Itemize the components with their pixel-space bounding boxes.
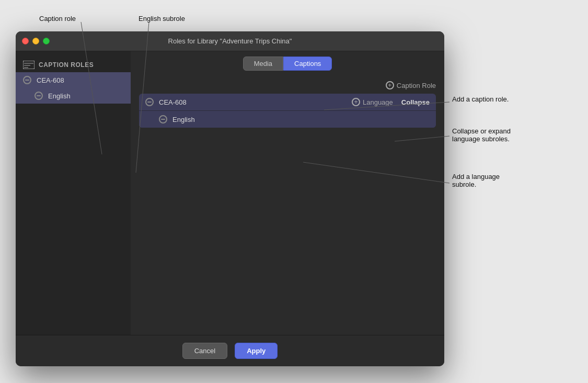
apply-button[interactable]: Apply [235, 343, 278, 359]
sidebar: Caption Roles CEA-608 English [16, 51, 131, 335]
subrole-row-english: English [139, 111, 436, 128]
cancel-button[interactable]: Cancel [182, 343, 227, 359]
roles-header: Caption Role [139, 81, 436, 89]
annotation-add-caption-role: Add a caption role. [452, 95, 509, 103]
main-panel: Media Captions Caption Role CEA-608 [131, 51, 444, 335]
tabs-bar: Media Captions [131, 51, 444, 76]
add-caption-role-label: Caption Role [397, 82, 436, 89]
annotation-english-subrole: English subrole [139, 15, 185, 22]
caption-role-block: CEA-608 Language Collapse English [139, 94, 436, 128]
tab-media[interactable]: Media [243, 57, 283, 71]
annotation-add-language-subrole: Add a language subrole. [452, 173, 500, 188]
traffic-lights [22, 38, 50, 44]
add-caption-role-button[interactable]: Caption Role [386, 81, 436, 89]
annotation-caption-role: Caption role [39, 15, 76, 22]
close-button[interactable] [22, 38, 29, 44]
maximize-button[interactable] [43, 38, 50, 44]
sidebar-section-header: Caption Roles [16, 58, 131, 72]
add-language-button[interactable]: Language [352, 98, 393, 106]
roles-panel: Caption Role CEA-608 Language Collapse [131, 76, 444, 335]
sidebar-item-english[interactable]: English [16, 88, 131, 104]
remove-english-icon[interactable] [34, 92, 43, 100]
sidebar-section-label: Caption Roles [39, 61, 94, 69]
add-caption-role-circle-icon [386, 81, 394, 89]
main-window: Roles for Library "Adventure Trips China… [16, 31, 444, 366]
add-language-circle-icon [352, 98, 360, 106]
collapse-button[interactable]: Collapse [401, 98, 430, 106]
titlebar: Roles for Library "Adventure Trips China… [16, 31, 444, 51]
svg-rect-0 [23, 61, 34, 69]
caption-roles-icon [23, 61, 34, 69]
minimize-button[interactable] [32, 38, 39, 44]
sidebar-item-cea608-label: CEA-608 [37, 76, 64, 84]
remove-role-icon[interactable] [145, 98, 154, 106]
sidebar-item-cea608[interactable]: CEA-608 [16, 72, 131, 88]
footer: Cancel Apply [16, 335, 444, 366]
subrole-name-english: English [172, 116, 195, 123]
remove-cea608-icon[interactable] [23, 76, 31, 84]
caption-role-name: CEA-608 [159, 98, 352, 106]
annotation-collapse-expand: Collapse or expand language subroles. [452, 127, 511, 143]
content-area: Caption Roles CEA-608 English Media Capt… [16, 51, 444, 335]
add-language-label: Language [363, 98, 393, 106]
tab-captions[interactable]: Captions [283, 57, 332, 71]
sidebar-item-english-label: English [48, 92, 71, 100]
caption-role-row-cea608: CEA-608 Language Collapse [139, 94, 436, 111]
window-title: Roles for Library "Adventure Trips China… [168, 37, 292, 45]
remove-subrole-icon[interactable] [159, 115, 167, 123]
